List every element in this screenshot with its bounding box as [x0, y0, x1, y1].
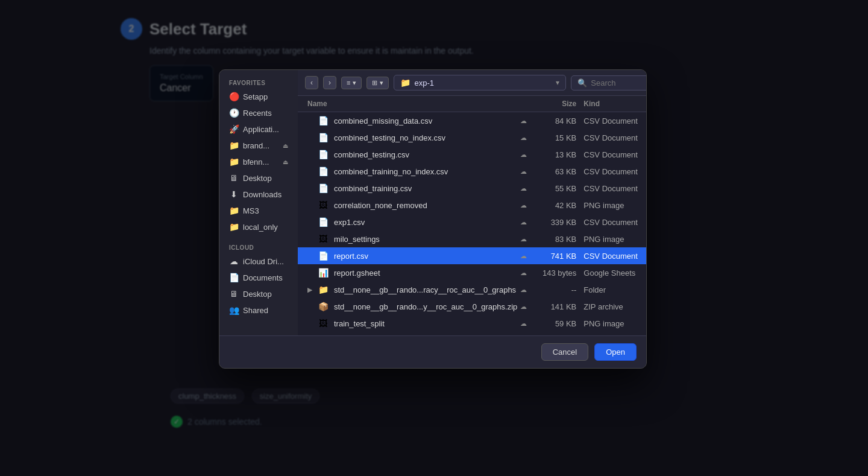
sidebar-item-desktop-icloud-label: Desktop: [243, 290, 272, 299]
file-type-icon: 📄: [317, 250, 329, 262]
file-row[interactable]: 📄 exp1.csv ☁ 339 KB CSV Document: [298, 214, 647, 230]
file-type-icon: 📄: [317, 132, 329, 144]
sidebar-item-setapp[interactable]: 🔴 Setapp: [224, 89, 293, 104]
desktop-icloud-icon: 🖥: [229, 289, 239, 299]
icloud-drive-icon: ☁: [229, 256, 239, 266]
file-name: report.csv: [334, 252, 517, 261]
setapp-icon: 🔴: [229, 92, 239, 101]
cloud-sync-icon: ☁: [517, 185, 529, 192]
search-input[interactable]: [591, 78, 647, 87]
sidebar-item-recents[interactable]: 🕐 Recents: [224, 105, 293, 121]
sidebar-item-bfenn-label: bfenn...: [243, 157, 269, 167]
back-button[interactable]: ‹: [305, 76, 318, 89]
cloud-sync-icon: ☁: [517, 168, 529, 176]
file-kind: CSV Document: [583, 150, 647, 159]
file-type-icon: 🖼: [317, 317, 329, 329]
toolbar: ‹ › ≡ ▾ ⊞ ▾ 📁 exp-1 ▾ 🔍: [298, 70, 647, 96]
file-kind: CSV Document: [583, 218, 647, 227]
sidebar-item-documents[interactable]: 📄 Documents: [224, 270, 293, 285]
file-kind: Google Sheets: [583, 268, 647, 278]
file-type-icon: 📦: [317, 300, 329, 313]
grid-view-chevron: ▾: [380, 79, 383, 87]
list-view-chevron: ▾: [353, 79, 356, 87]
bfenn-icon: 📁: [229, 157, 239, 167]
sidebar-item-icloud-drive[interactable]: ☁ iCloud Dri...: [224, 253, 293, 269]
file-kind: CSV Document: [583, 116, 647, 125]
search-bar: 🔍: [571, 75, 647, 90]
file-kind: CSV Document: [583, 184, 647, 193]
icloud-section: iCloud ☁ iCloud Dri... 📄 Documents 🖥 Des…: [224, 244, 293, 318]
cloud-sync-icon: ☁: [517, 286, 529, 294]
file-name: combined_training.csv: [334, 184, 517, 193]
file-name: combined_training_no_index.csv: [334, 167, 517, 176]
file-kind: ZIP archive: [583, 302, 647, 311]
brand-eject-icon: ⏏: [283, 142, 288, 149]
search-icon: 🔍: [577, 78, 587, 87]
cloud-sync-icon: ☁: [517, 202, 529, 209]
file-row[interactable]: 📄 report.csv ☁ 741 KB CSV Document: [298, 247, 647, 264]
cloud-sync-icon: ☁: [517, 252, 529, 260]
file-type-icon: 📁: [317, 284, 329, 296]
sidebar-item-applications[interactable]: 🚀 Applicati...: [224, 121, 293, 137]
sidebar-item-downloads[interactable]: ⬇ Downloads: [224, 186, 293, 202]
col-size-header: Size: [529, 100, 583, 108]
file-type-icon: 📄: [317, 182, 329, 194]
file-kind: Folder: [583, 285, 647, 294]
brand-icon: 📁: [229, 141, 239, 150]
file-size: 741 KB: [529, 252, 583, 261]
file-row[interactable]: 📄 combined_missing_data.csv ☁ 84 KB CSV …: [298, 112, 647, 129]
file-kind: PNG image: [583, 201, 647, 210]
cancel-button[interactable]: Cancel: [541, 343, 588, 361]
sidebar-item-desktop-icloud[interactable]: 🖥 Desktop: [224, 286, 293, 302]
grid-view-button[interactable]: ⊞ ▾: [366, 77, 389, 89]
sidebar-item-recents-label: Recents: [243, 109, 272, 118]
icloud-label: iCloud: [224, 244, 293, 251]
file-size: 63 KB: [529, 167, 583, 176]
file-row[interactable]: 📄 combined_training_no_index.csv ☁ 63 KB…: [298, 163, 647, 180]
col-kind-header: Kind: [583, 100, 647, 108]
sidebar-item-ms3[interactable]: 📁 MS3: [224, 203, 293, 218]
file-name: train_test_split: [334, 319, 517, 328]
sidebar-item-downloads-label: Downloads: [243, 190, 281, 199]
applications-icon: 🚀: [229, 124, 239, 134]
cloud-sync-icon: ☁: [517, 151, 529, 159]
forward-button[interactable]: ›: [323, 76, 336, 89]
file-size: 15 KB: [529, 133, 583, 142]
sidebar-item-brand[interactable]: 📁 brand... ⏏: [224, 138, 293, 153]
file-row[interactable]: 📄 combined_testing.csv ☁ 13 KB CSV Docum…: [298, 146, 647, 163]
file-row[interactable]: 📊 report.gsheet ☁ 143 bytes Google Sheet…: [298, 264, 647, 281]
grid-view-icon: ⊞: [372, 79, 377, 87]
file-type-icon: 📊: [317, 267, 329, 279]
file-row[interactable]: ▶ 📁 std__none__gb__rando...racy__roc_auc…: [298, 281, 647, 298]
list-view-button[interactable]: ≡ ▾: [341, 77, 362, 89]
sidebar-item-shared-label: Shared: [243, 306, 268, 315]
file-row[interactable]: 📦 std__none__gb__rando...y__roc_auc__0_g…: [298, 298, 647, 315]
file-name: exp1.csv: [334, 218, 517, 227]
file-size: 143 bytes: [529, 268, 583, 278]
file-row[interactable]: 📄 combined_testing_no_index.csv ☁ 15 KB …: [298, 129, 647, 146]
file-type-icon: 📄: [317, 216, 329, 228]
sidebar-item-bfenn[interactable]: 📁 bfenn... ⏏: [224, 154, 293, 170]
open-button[interactable]: Open: [594, 343, 637, 361]
sidebar-item-shared[interactable]: 👥 Shared: [224, 302, 293, 318]
file-row[interactable]: 🖼 correlation_none_removed ☁ 42 KB PNG i…: [298, 197, 647, 214]
cloud-sync-icon: ☁: [517, 320, 529, 328]
sidebar: Favorites 🔴 Setapp 🕐 Recents 🚀 Applicati…: [219, 70, 298, 335]
file-row[interactable]: 🖼 milo_settings ☁ 83 KB PNG image: [298, 230, 647, 247]
dialog-inner: Favorites 🔴 Setapp 🕐 Recents 🚀 Applicati…: [219, 70, 646, 335]
cloud-sync-icon: ☁: [517, 269, 529, 277]
main-panel: ‹ › ≡ ▾ ⊞ ▾ 📁 exp-1 ▾ 🔍: [298, 70, 647, 335]
sidebar-item-setapp-label: Setapp: [243, 92, 268, 101]
sidebar-item-local-only[interactable]: 📁 local_only: [224, 219, 293, 235]
file-row[interactable]: 🖼 train_test_split ☁ 59 KB PNG image: [298, 315, 647, 332]
file-type-icon: 📄: [317, 148, 329, 160]
ms3-icon: 📁: [229, 206, 239, 215]
file-size: 13 KB: [529, 150, 583, 159]
file-list-header: Name Size Kind: [298, 96, 647, 112]
file-dialog: Favorites 🔴 Setapp 🕐 Recents 🚀 Applicati…: [219, 69, 647, 369]
cloud-sync-icon: ☁: [517, 303, 529, 311]
local-only-icon: 📁: [229, 222, 239, 232]
sidebar-item-desktop[interactable]: 🖥 Desktop: [224, 170, 293, 186]
file-row[interactable]: 📄 combined_training.csv ☁ 55 KB CSV Docu…: [298, 180, 647, 197]
downloads-icon: ⬇: [229, 189, 239, 199]
